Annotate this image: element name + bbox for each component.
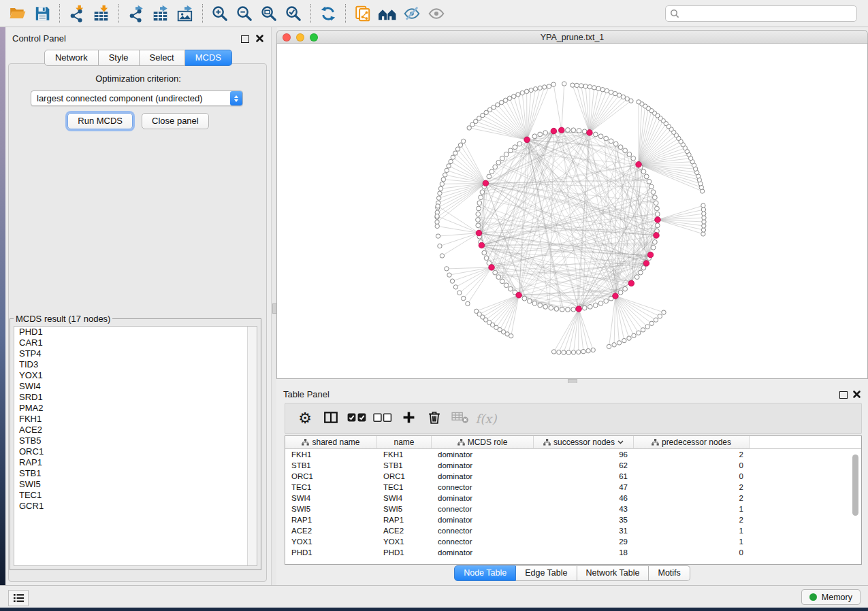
graph-node[interactable] xyxy=(499,100,503,104)
table-cell[interactable]: SWI4 xyxy=(285,493,377,503)
graph-node[interactable] xyxy=(457,291,462,295)
graph-node[interactable] xyxy=(638,270,643,275)
graph-node[interactable] xyxy=(702,224,706,228)
close-panel-button[interactable]: Close panel xyxy=(142,113,209,129)
export-table-button[interactable] xyxy=(148,2,173,25)
graph-mcds-node[interactable] xyxy=(576,306,582,312)
mcds-result-item[interactable]: SRD1 xyxy=(14,392,257,403)
graph-node[interactable] xyxy=(538,132,543,137)
table-cell[interactable]: dominator xyxy=(432,449,534,460)
graph-node[interactable] xyxy=(570,83,575,87)
table-row[interactable]: RAP1RAP1dominator352 xyxy=(285,514,861,525)
column-header-successor-nodes[interactable]: successor nodes xyxy=(534,436,634,449)
graph-node[interactable] xyxy=(436,204,440,208)
graph-node[interactable] xyxy=(571,128,576,133)
tab-node-table[interactable]: Node Table xyxy=(454,565,516,581)
mcds-result-item[interactable]: CAR1 xyxy=(14,337,257,348)
mcds-result-item[interactable]: PHD1 xyxy=(14,327,257,337)
graph-node[interactable] xyxy=(641,169,646,174)
graph-node[interactable] xyxy=(549,306,553,310)
mcds-result-item[interactable]: STB1 xyxy=(14,468,257,479)
table-cell[interactable]: 1 xyxy=(634,503,750,514)
table-cell[interactable]: connector xyxy=(432,536,534,547)
graph-node[interactable] xyxy=(500,156,504,161)
column-header-name[interactable]: name xyxy=(377,436,432,449)
float-window-icon[interactable] xyxy=(241,35,249,43)
graph-node[interactable] xyxy=(516,93,520,97)
duplicate-network-button[interactable] xyxy=(351,2,375,25)
graph-node[interactable] xyxy=(627,336,631,340)
mcds-result-item[interactable]: FKH1 xyxy=(14,414,257,425)
graph-node[interactable] xyxy=(593,132,598,137)
graph-node[interactable] xyxy=(566,308,570,312)
table-cell[interactable]: dominator xyxy=(432,493,534,503)
table-cell[interactable]: RAP1 xyxy=(377,514,432,525)
graph-mcds-node[interactable] xyxy=(489,265,495,271)
graph-node[interactable] xyxy=(645,325,649,329)
graph-mcds-node[interactable] xyxy=(587,130,593,136)
graph-mcds-node[interactable] xyxy=(524,137,530,143)
graph-node[interactable] xyxy=(500,279,504,284)
graph-node[interactable] xyxy=(641,328,645,332)
table-cell[interactable]: connector xyxy=(432,482,534,493)
graph-node[interactable] xyxy=(522,296,527,301)
graph-node[interactable] xyxy=(480,190,485,195)
deselect-all-button[interactable] xyxy=(370,406,396,431)
graph-node[interactable] xyxy=(617,341,621,345)
table-cell[interactable]: 35 xyxy=(534,514,634,525)
graph-node[interactable] xyxy=(593,303,598,308)
zoom-selected-button[interactable] xyxy=(281,2,306,25)
hide-selected-button[interactable] xyxy=(400,2,424,25)
graph-node[interactable] xyxy=(543,131,548,135)
gear-button[interactable]: ⚙ xyxy=(292,406,318,431)
tab-edge-table[interactable]: Edge Table xyxy=(516,565,577,581)
graph-node[interactable] xyxy=(575,83,579,87)
list-scrollbar-track[interactable] xyxy=(247,327,257,565)
tab-style[interactable]: Style xyxy=(99,50,140,66)
graph-node[interactable] xyxy=(451,155,455,159)
show-panel-list-button[interactable] xyxy=(8,590,29,606)
table-cell[interactable]: 29 xyxy=(534,536,634,547)
graph-node[interactable] xyxy=(435,214,439,218)
mcds-result-item[interactable]: PMA2 xyxy=(14,403,257,414)
graph-node[interactable] xyxy=(577,350,581,354)
graph-node[interactable] xyxy=(651,245,656,250)
mcds-result-item[interactable]: STB5 xyxy=(14,435,257,446)
graph-node[interactable] xyxy=(655,206,660,211)
graph-node[interactable] xyxy=(583,84,588,88)
table-cell[interactable]: 2 xyxy=(634,449,750,460)
table-cell[interactable]: 0 xyxy=(634,547,750,558)
graph-node[interactable] xyxy=(607,344,611,348)
graph-node[interactable] xyxy=(596,86,600,90)
graph-node[interactable] xyxy=(441,177,445,181)
tab-network[interactable]: Network xyxy=(44,50,99,66)
table-cell[interactable]: TEC1 xyxy=(377,482,432,493)
graph-mcds-node[interactable] xyxy=(654,233,660,239)
mcds-result-item[interactable]: GCR1 xyxy=(14,501,257,512)
graph-node[interactable] xyxy=(512,94,516,98)
graph-mcds-node[interactable] xyxy=(628,280,634,286)
table-cell[interactable]: ORC1 xyxy=(285,471,377,482)
mcds-result-item[interactable]: ACE2 xyxy=(14,425,257,435)
first-neighbors-button[interactable] xyxy=(375,2,400,25)
graph-node[interactable] xyxy=(513,145,517,150)
graph-node[interactable] xyxy=(458,143,462,147)
zoom-in-button[interactable] xyxy=(208,2,232,25)
graph-node[interactable] xyxy=(508,286,513,291)
graph-node[interactable] xyxy=(476,212,481,216)
graph-node[interactable] xyxy=(701,232,705,236)
table-row[interactable]: TEC1TEC1connector472 xyxy=(285,482,861,493)
table-cell[interactable]: 46 xyxy=(534,493,634,503)
table-cell[interactable]: 31 xyxy=(534,525,634,536)
graph-node[interactable] xyxy=(562,350,566,354)
mcds-result-item[interactable]: TID3 xyxy=(14,359,257,370)
graph-node[interactable] xyxy=(455,147,460,151)
graph-node[interactable] xyxy=(617,93,621,97)
graph-node[interactable] xyxy=(476,223,481,228)
graph-node[interactable] xyxy=(637,331,641,335)
table-row[interactable]: YOX1YOX1connector291 xyxy=(285,536,861,547)
graph-node[interactable] xyxy=(476,218,481,222)
delete-table-button[interactable] xyxy=(447,406,473,431)
graph-node[interactable] xyxy=(566,128,570,133)
graph-node[interactable] xyxy=(598,301,603,306)
